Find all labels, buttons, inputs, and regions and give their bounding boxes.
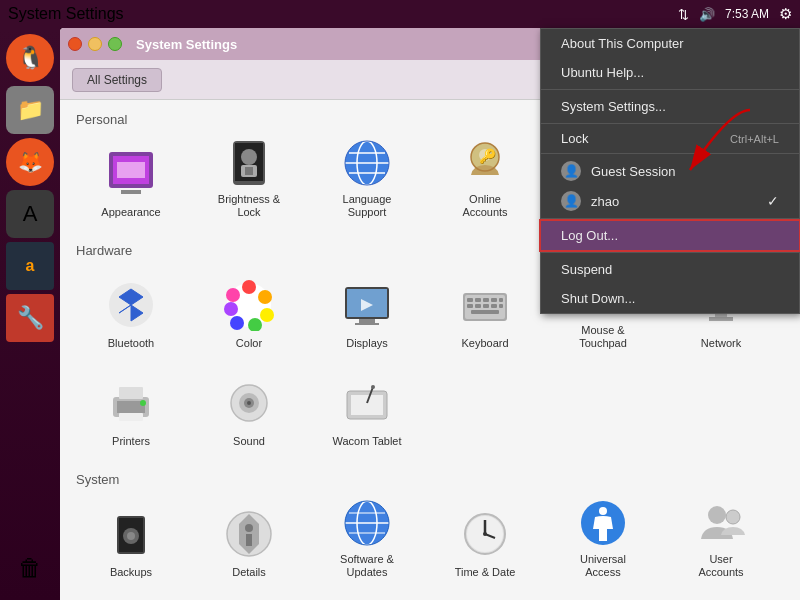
menu-lock[interactable]: Lock Ctrl+Alt+L <box>541 126 799 151</box>
svg-point-58 <box>140 400 146 406</box>
guest-label: Guest Session <box>591 164 676 179</box>
svg-rect-45 <box>471 310 499 314</box>
dock-ubuntu[interactable]: 🐧 <box>6 34 54 82</box>
topbar: System Settings ⇅ 🔊 7:53 AM ⚙ <box>0 0 800 28</box>
sound-icon[interactable]: 🔊 <box>699 7 715 22</box>
details-item[interactable]: Details <box>194 497 304 587</box>
bluetooth-icon <box>103 277 159 333</box>
language-support-label: LanguageSupport <box>343 193 392 219</box>
universal-access-label: UniversalAccess <box>580 553 626 579</box>
menu-system-settings[interactable]: System Settings... <box>541 92 799 121</box>
menu-separator-4 <box>541 218 799 219</box>
menu-logout[interactable]: Log Out... <box>541 221 799 250</box>
wacom-tablet-item[interactable]: Wacom Tablet <box>312 366 422 456</box>
svg-rect-44 <box>499 304 503 308</box>
settings-icon[interactable]: ⚙ <box>779 5 792 23</box>
menu-zhao[interactable]: 👤 zhao ✓ <box>541 186 799 216</box>
appearance-icon <box>103 146 159 202</box>
svg-point-27 <box>224 302 238 316</box>
network-icon[interactable]: ⇅ <box>678 7 689 22</box>
time-date-icon <box>457 506 513 562</box>
bluetooth-label: Bluetooth <box>108 337 154 350</box>
svg-rect-52 <box>709 317 733 321</box>
minimize-button[interactable] <box>88 37 102 51</box>
brightness-lock-label: Brightness &Lock <box>218 193 280 219</box>
menu-guest-session[interactable]: 👤 Guest Session <box>541 156 799 186</box>
user-accounts-item[interactable]: UserAccounts <box>666 497 776 587</box>
printers-item[interactable]: Printers <box>76 366 186 456</box>
online-accounts-item[interactable]: 🔑 OnlineAccounts <box>430 137 540 227</box>
dock-files[interactable]: 📁 <box>6 86 54 134</box>
menu-shutdown[interactable]: Shut Down... <box>541 284 799 313</box>
zhao-checkmark: ✓ <box>767 193 779 209</box>
network-label: Network <box>701 337 741 350</box>
svg-rect-37 <box>483 298 489 302</box>
color-item[interactable]: Color <box>194 268 304 358</box>
universal-access-item[interactable]: UniversalAccess <box>548 497 658 587</box>
sound-icon <box>221 375 277 431</box>
svg-rect-31 <box>359 319 375 323</box>
mouse-touchpad-label: Mouse &Touchpad <box>579 324 627 350</box>
language-support-icon <box>339 137 395 189</box>
all-settings-button[interactable]: All Settings <box>72 68 162 92</box>
sound-item[interactable]: Sound <box>194 366 304 456</box>
menu-suspend[interactable]: Suspend <box>541 255 799 284</box>
svg-rect-41 <box>475 304 481 308</box>
svg-rect-3 <box>121 190 141 194</box>
svg-point-88 <box>726 510 740 524</box>
keyboard-icon <box>457 277 513 333</box>
system-grid: Backups Details <box>76 497 784 587</box>
menu-about-computer[interactable]: About This Computer <box>541 29 799 58</box>
brightness-lock-item[interactable]: Brightness &Lock <box>194 137 304 227</box>
svg-point-23 <box>258 290 272 304</box>
svg-rect-40 <box>467 304 473 308</box>
wacom-tablet-icon <box>339 375 395 431</box>
svg-point-66 <box>371 385 375 389</box>
zhao-label: zhao <box>591 194 619 209</box>
appearance-item[interactable]: Appearance <box>76 137 186 227</box>
bluetooth-item[interactable]: Bluetooth <box>76 268 186 358</box>
topbar-title: System Settings <box>8 5 124 23</box>
keyboard-item[interactable]: Keyboard <box>430 268 540 358</box>
software-updates-item[interactable]: Software &Updates <box>312 497 422 587</box>
user-accounts-label: UserAccounts <box>698 553 743 579</box>
displays-label: Displays <box>346 337 388 350</box>
software-updates-label: Software &Updates <box>340 553 394 579</box>
close-button[interactable] <box>68 37 82 51</box>
menu-ubuntu-help[interactable]: Ubuntu Help... <box>541 58 799 87</box>
system-section: System Backups <box>76 472 784 587</box>
backups-item[interactable]: Backups <box>76 497 186 587</box>
printers-icon <box>103 375 159 431</box>
menu-separator-2 <box>541 123 799 124</box>
user-accounts-icon <box>693 497 749 549</box>
svg-point-24 <box>260 308 274 322</box>
color-icon <box>221 277 277 333</box>
window-title: System Settings <box>136 37 237 52</box>
dock-firefox[interactable]: 🦊 <box>6 138 54 186</box>
time-date-item[interactable]: Time & Date <box>430 497 540 587</box>
svg-rect-35 <box>467 298 473 302</box>
maximize-button[interactable] <box>108 37 122 51</box>
details-label: Details <box>232 566 266 579</box>
backups-label: Backups <box>110 566 152 579</box>
displays-item[interactable]: Displays <box>312 268 422 358</box>
dock-font[interactable]: A <box>6 190 54 238</box>
svg-point-70 <box>127 532 135 540</box>
brightness-lock-icon <box>221 137 277 189</box>
language-support-item[interactable]: LanguageSupport <box>312 137 422 227</box>
svg-rect-39 <box>499 298 503 302</box>
svg-rect-42 <box>483 304 489 308</box>
svg-rect-43 <box>491 304 497 308</box>
online-accounts-icon: 🔑 <box>457 137 513 189</box>
sound-label: Sound <box>233 435 265 448</box>
online-accounts-label: OnlineAccounts <box>462 193 507 219</box>
svg-point-22 <box>242 280 256 294</box>
svg-text:🔑: 🔑 <box>479 148 497 165</box>
displays-icon <box>339 277 395 333</box>
dock-amazon[interactable]: a <box>6 242 54 290</box>
dock: 🐧 📁 🦊 A a 🔧 🗑 <box>0 28 60 600</box>
software-updates-icon <box>339 497 395 549</box>
dock-tools[interactable]: 🔧 <box>6 294 54 342</box>
dock-trash[interactable]: 🗑 <box>6 544 54 592</box>
svg-point-72 <box>245 524 253 532</box>
